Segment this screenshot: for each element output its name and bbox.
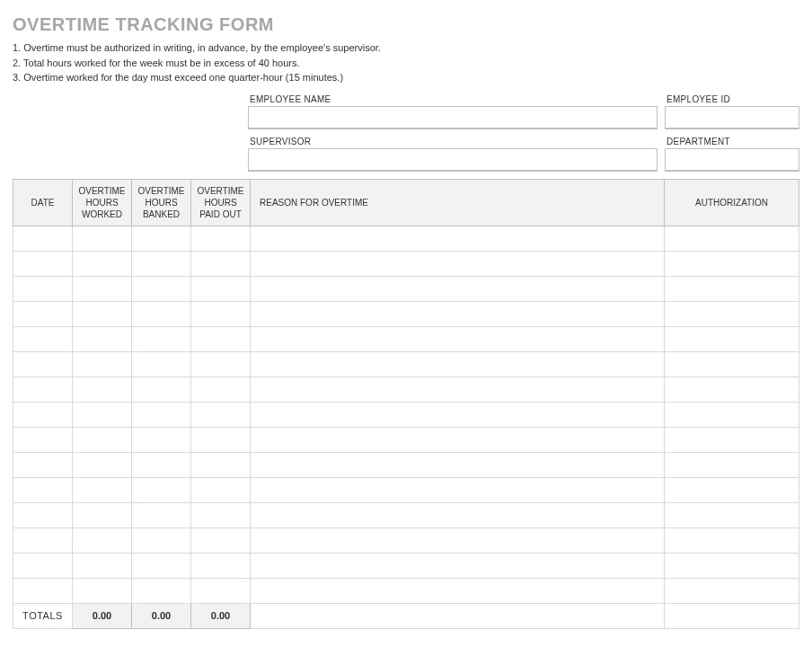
cell-date[interactable] xyxy=(13,377,73,402)
cell-date[interactable] xyxy=(13,251,73,276)
cell-paid[interactable] xyxy=(191,251,251,276)
cell-worked[interactable] xyxy=(73,276,132,301)
cell-paid[interactable] xyxy=(191,276,251,301)
table-row xyxy=(13,301,799,326)
cell-auth[interactable] xyxy=(665,477,799,502)
cell-date[interactable] xyxy=(13,226,73,251)
cell-reason[interactable] xyxy=(251,326,665,351)
cell-auth[interactable] xyxy=(665,427,799,452)
cell-reason[interactable] xyxy=(251,402,665,427)
cell-reason[interactable] xyxy=(251,251,665,276)
cell-reason[interactable] xyxy=(251,452,665,477)
cell-banked[interactable] xyxy=(132,301,191,326)
cell-banked[interactable] xyxy=(132,226,191,251)
cell-worked[interactable] xyxy=(73,553,132,578)
cell-auth[interactable] xyxy=(665,452,799,477)
cell-auth[interactable] xyxy=(665,502,799,527)
cell-paid[interactable] xyxy=(191,226,251,251)
cell-banked[interactable] xyxy=(132,377,191,402)
cell-paid[interactable] xyxy=(191,402,251,427)
cell-worked[interactable] xyxy=(73,377,132,402)
cell-worked[interactable] xyxy=(73,226,132,251)
cell-paid[interactable] xyxy=(191,578,251,603)
cell-date[interactable] xyxy=(13,276,73,301)
cell-banked[interactable] xyxy=(132,578,191,603)
cell-reason[interactable] xyxy=(251,502,665,527)
cell-banked[interactable] xyxy=(132,402,191,427)
cell-reason[interactable] xyxy=(251,427,665,452)
cell-auth[interactable] xyxy=(665,527,799,553)
cell-date[interactable] xyxy=(13,477,73,502)
cell-worked[interactable] xyxy=(73,251,132,276)
cell-date[interactable] xyxy=(13,553,73,578)
cell-paid[interactable] xyxy=(191,452,251,477)
cell-paid[interactable] xyxy=(191,502,251,527)
cell-reason[interactable] xyxy=(251,553,665,578)
cell-auth[interactable] xyxy=(665,301,799,326)
cell-auth[interactable] xyxy=(665,553,799,578)
cell-date[interactable] xyxy=(13,326,73,351)
cell-banked[interactable] xyxy=(132,527,191,553)
cell-worked[interactable] xyxy=(73,351,132,377)
cell-date[interactable] xyxy=(13,502,73,527)
cell-reason[interactable] xyxy=(251,377,665,402)
cell-reason[interactable] xyxy=(251,276,665,301)
cell-banked[interactable] xyxy=(132,502,191,527)
table-row xyxy=(13,276,799,301)
cell-paid[interactable] xyxy=(191,351,251,377)
cell-reason[interactable] xyxy=(251,527,665,553)
cell-banked[interactable] xyxy=(132,553,191,578)
cell-auth[interactable] xyxy=(665,377,799,402)
cell-worked[interactable] xyxy=(73,527,132,553)
cell-reason[interactable] xyxy=(251,226,665,251)
supervisor-label: SUPERVISOR xyxy=(248,137,658,148)
cell-paid[interactable] xyxy=(191,427,251,452)
cell-banked[interactable] xyxy=(132,351,191,377)
supervisor-field[interactable] xyxy=(248,148,658,172)
cell-date[interactable] xyxy=(13,527,73,553)
cell-auth[interactable] xyxy=(665,251,799,276)
employee-name-field[interactable] xyxy=(248,106,658,129)
department-field[interactable] xyxy=(665,148,799,172)
cell-banked[interactable] xyxy=(132,427,191,452)
cell-banked[interactable] xyxy=(132,251,191,276)
cell-paid[interactable] xyxy=(191,477,251,502)
cell-paid[interactable] xyxy=(191,377,251,402)
cell-date[interactable] xyxy=(13,427,73,452)
cell-banked[interactable] xyxy=(132,452,191,477)
cell-paid[interactable] xyxy=(191,553,251,578)
cell-reason[interactable] xyxy=(251,351,665,377)
cell-worked[interactable] xyxy=(73,402,132,427)
cell-banked[interactable] xyxy=(132,326,191,351)
cell-paid[interactable] xyxy=(191,326,251,351)
cell-reason[interactable] xyxy=(251,578,665,603)
cell-worked[interactable] xyxy=(73,301,132,326)
cell-worked[interactable] xyxy=(73,502,132,527)
col-date: DATE xyxy=(13,179,73,226)
cell-reason[interactable] xyxy=(251,301,665,326)
cell-auth[interactable] xyxy=(665,351,799,377)
table-row xyxy=(13,251,799,276)
table-row xyxy=(13,377,799,402)
cell-banked[interactable] xyxy=(132,477,191,502)
employee-id-field[interactable] xyxy=(665,106,799,129)
cell-worked[interactable] xyxy=(73,427,132,452)
cell-date[interactable] xyxy=(13,402,73,427)
cell-auth[interactable] xyxy=(665,276,799,301)
cell-worked[interactable] xyxy=(73,326,132,351)
cell-date[interactable] xyxy=(13,578,73,603)
cell-paid[interactable] xyxy=(191,527,251,553)
cell-paid[interactable] xyxy=(191,301,251,326)
cell-auth[interactable] xyxy=(665,578,799,603)
cell-auth[interactable] xyxy=(665,402,799,427)
cell-reason[interactable] xyxy=(251,477,665,502)
cell-date[interactable] xyxy=(13,452,73,477)
cell-auth[interactable] xyxy=(665,226,799,251)
cell-worked[interactable] xyxy=(73,578,132,603)
cell-date[interactable] xyxy=(13,351,73,377)
cell-banked[interactable] xyxy=(132,276,191,301)
cell-auth[interactable] xyxy=(665,326,799,351)
cell-worked[interactable] xyxy=(73,452,132,477)
cell-worked[interactable] xyxy=(73,477,132,502)
cell-date[interactable] xyxy=(13,301,73,326)
